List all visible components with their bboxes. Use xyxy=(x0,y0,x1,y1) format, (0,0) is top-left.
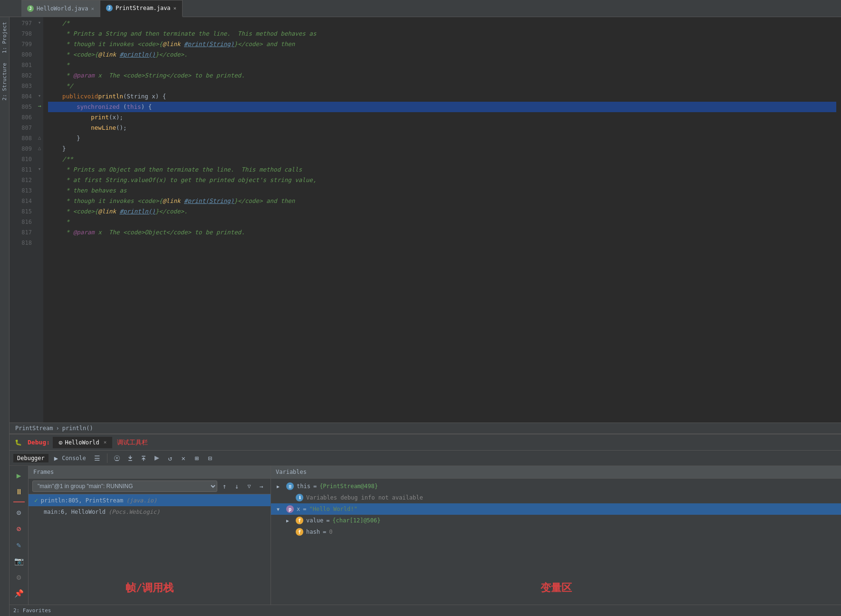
frame-item-main[interactable]: main:6, HelloWorld (Pocs.WebLogic) xyxy=(29,506,271,518)
gutter-814 xyxy=(36,195,43,205)
step-over-btn[interactable] xyxy=(111,452,123,464)
debug-arrow-icon: → xyxy=(38,103,41,109)
code-line-798: * Prints a String and then terminate the… xyxy=(48,29,836,39)
console-tab-label: Console xyxy=(62,455,86,462)
var-icon-value: f xyxy=(296,517,303,524)
frame-check-icon: ✓ xyxy=(34,497,38,504)
variables-header: Variables xyxy=(271,466,841,479)
printstream-tab-icon: J xyxy=(106,5,113,11)
var-val-x: "Hello World!" xyxy=(309,506,357,512)
frames-btn[interactable]: ⊞ xyxy=(191,452,203,464)
var-eq-value: = xyxy=(326,517,329,524)
frame-controls: "main"@1 in group "main": RUNNING ↑ ↓ ▽ … xyxy=(29,479,271,494)
var-icon-info: ℹ xyxy=(296,494,303,501)
frame-item-println[interactable]: ✓ println:805, PrintStream (java.io) xyxy=(29,494,271,506)
frame-up-btn[interactable]: ↑ xyxy=(219,481,230,491)
side-labels: 1: Project 2: Structure xyxy=(0,17,10,616)
ln-808: 808 xyxy=(13,133,32,144)
side-label-structure[interactable]: 2: Structure xyxy=(0,58,9,105)
camera-btn[interactable]: 📷 xyxy=(12,554,26,568)
resume-btn[interactable]: ▶ xyxy=(12,468,26,482)
gutter-816 xyxy=(36,216,43,226)
gutter-815 xyxy=(36,205,43,216)
debug-chinese-toolbar: 调试工具栏 xyxy=(117,438,148,447)
code-line-807: newLine(); xyxy=(48,123,836,133)
gutter-809: △ xyxy=(36,143,43,153)
var-item-value[interactable]: ▶ f value = {char[12]@506} xyxy=(280,515,841,526)
var-expand-value[interactable]: ▶ xyxy=(286,518,293,523)
var-item-hash[interactable]: f hash = 0 xyxy=(280,526,841,538)
main-content: 1: Project 2: Structure 797 798 799 800 … xyxy=(0,17,841,616)
var-val-value: {char[12]@506} xyxy=(332,517,380,524)
svg-rect-1 xyxy=(128,460,132,461)
var-expand-x[interactable]: ▼ xyxy=(277,507,283,512)
var-item-x[interactable]: ▼ p x = "Hello World!" xyxy=(271,503,841,515)
pin-btn[interactable]: 📌 xyxy=(12,586,26,600)
frame-down-btn[interactable]: ↓ xyxy=(232,481,242,491)
gutter-803 xyxy=(36,80,43,90)
tab-debugger[interactable]: Debugger xyxy=(13,454,48,462)
ln-801: 801 xyxy=(13,60,32,70)
app-container: J HelloWorld.java × J PrintStream.java ×… xyxy=(0,0,841,616)
debug-session-close[interactable]: × xyxy=(104,439,107,445)
toolbar-menu-btn[interactable]: ☰ xyxy=(92,452,103,464)
code-line-804: public void println(String x) { xyxy=(48,91,836,102)
step-out-btn[interactable] xyxy=(138,452,149,464)
ln-803: 803 xyxy=(13,81,32,91)
frames-header: Frames xyxy=(29,466,271,479)
mute-breakpoints-btn[interactable]: ⊘ xyxy=(12,521,26,536)
var-name-hash: hash xyxy=(306,529,320,535)
view-breakpoints-btn[interactable]: ⊙ xyxy=(12,505,26,520)
printstream-tab-close[interactable]: × xyxy=(174,5,177,11)
gutter-811: ▾ xyxy=(36,164,43,174)
get-thread-dump-btn[interactable]: ✎ xyxy=(12,538,26,552)
debug-panel-label: Debug: xyxy=(26,439,52,446)
var-icon-hash: f xyxy=(296,528,303,536)
var-val-this: {PrintStream@498} xyxy=(319,483,378,490)
ln-800: 800 xyxy=(13,49,32,60)
breadcrumb-separator: › xyxy=(56,425,59,432)
code-line-800: * <code>{@link #println()}</code>. xyxy=(48,49,836,60)
editor-area: 797 798 799 800 801 802 803 804 805 806 … xyxy=(10,17,841,616)
run-to-cursor-btn[interactable] xyxy=(151,452,163,464)
var-expand-this[interactable]: ▶ xyxy=(277,484,283,489)
step-into-btn[interactable] xyxy=(125,452,136,464)
helloworld-debug-icon: ⊙ xyxy=(58,439,62,446)
debug-tabs: 🐛 Debug: ⊙ HelloWorld × 调试工具栏 xyxy=(10,434,841,451)
frame-name-println: println:805, PrintStream xyxy=(41,497,123,504)
favorites-bar: 2: Favorites xyxy=(10,605,841,616)
stop-btn[interactable]: ✕ xyxy=(178,452,189,464)
var-eq-x: = xyxy=(303,506,306,512)
var-item-this[interactable]: ▶ ≡ this = {PrintStream@498} xyxy=(271,481,841,492)
code-line-811: /** xyxy=(48,154,836,164)
frame-list: ✓ println:805, PrintStream (java.io) mai… xyxy=(29,494,271,571)
code-content[interactable]: /* * Prints a String and then terminate … xyxy=(43,17,841,423)
settings-btn[interactable]: ⊟ xyxy=(204,452,216,464)
tab-bar: J HelloWorld.java × J PrintStream.java × xyxy=(0,0,841,17)
helloworld-tab-close[interactable]: × xyxy=(91,6,94,12)
code-line-814: * then behaves as xyxy=(48,185,836,196)
side-label-project[interactable]: 1: Project xyxy=(0,17,9,58)
helloworld-tab-label: HelloWorld.java xyxy=(37,5,88,12)
tab-console[interactable]: ▶ Console xyxy=(50,453,90,463)
frame-filter-btn[interactable]: ▽ xyxy=(244,481,254,491)
tab-helloworld[interactable]: J HelloWorld.java × xyxy=(21,0,100,17)
code-line-802: * @param x The <code>String</code> to be… xyxy=(48,70,836,81)
variables-region-label: 变量区 xyxy=(271,571,841,605)
pause-btn[interactable]: ⏸ xyxy=(12,484,26,499)
settings-sidebar-btn[interactable]: ⚙ xyxy=(12,570,26,584)
frame-expand-btn[interactable]: → xyxy=(256,481,267,491)
ln-806: 806 xyxy=(13,112,32,123)
frame-source-main: (Pocs.WebLogic) xyxy=(108,509,160,515)
breadcrumb: PrintStream › println() xyxy=(10,423,841,433)
ln-807: 807 xyxy=(13,123,32,133)
ln-816: 816 xyxy=(13,217,32,227)
evaluate-btn[interactable]: ↺ xyxy=(164,452,176,464)
debug-tab-helloworld[interactable]: ⊙ HelloWorld × xyxy=(53,437,112,448)
frames-panel: Frames "main"@1 in group "main": RUNNING… xyxy=(29,466,271,605)
thread-select[interactable]: "main"@1 in group "main": RUNNING xyxy=(32,481,217,492)
ln-811: 811 xyxy=(13,164,32,175)
tab-printstream[interactable]: J PrintStream.java × xyxy=(100,0,183,17)
debug-session-label: HelloWorld xyxy=(65,439,99,446)
code-line-809: } xyxy=(48,144,836,154)
